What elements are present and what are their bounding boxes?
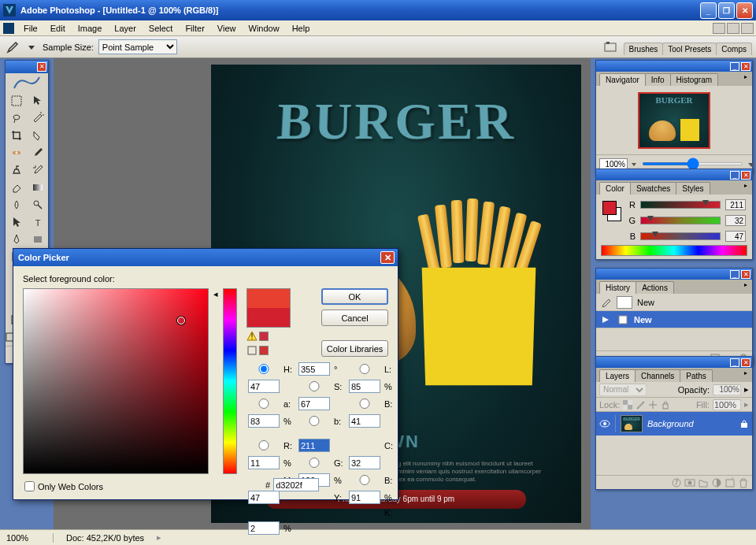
r-value-input[interactable] xyxy=(725,199,746,210)
zoom-out-icon[interactable] xyxy=(631,160,639,168)
palette-minimize-icon[interactable]: _ xyxy=(730,358,739,367)
lock-all-icon[interactable] xyxy=(661,400,670,410)
palette-minimize-icon[interactable]: _ xyxy=(730,270,739,279)
r-slider[interactable] xyxy=(640,201,721,209)
tab-layers[interactable]: Layers xyxy=(599,369,636,382)
a-input[interactable] xyxy=(298,397,330,410)
color-header[interactable]: _✕ xyxy=(596,169,752,180)
g-slider[interactable] xyxy=(640,217,721,224)
layer-set-icon[interactable] xyxy=(698,477,709,488)
s-radio[interactable] xyxy=(298,381,330,391)
current-color-swatch[interactable] xyxy=(247,308,290,327)
color-libraries-button[interactable]: Color Libraries xyxy=(321,340,388,357)
trash-icon[interactable] xyxy=(738,477,749,488)
r-input[interactable] xyxy=(298,439,330,452)
tab-actions[interactable]: Actions xyxy=(636,281,674,294)
maximize-button[interactable]: ❐ xyxy=(718,2,735,19)
gamut-suggested-swatch[interactable] xyxy=(259,332,269,341)
fill-flyout-icon[interactable]: ▸ xyxy=(744,399,749,410)
b-rgb-radio[interactable] xyxy=(349,475,380,485)
opacity-flyout-icon[interactable]: ▸ xyxy=(744,384,749,395)
tab-channels[interactable]: Channels xyxy=(635,369,680,382)
navigator-zoom-slider[interactable] xyxy=(642,162,743,165)
palette-close-icon[interactable]: ✕ xyxy=(741,358,750,367)
tab-navigator[interactable]: Navigator xyxy=(599,73,646,86)
history-snapshot-row[interactable]: New xyxy=(596,294,752,311)
palette-menu-icon[interactable]: ▸ xyxy=(741,369,750,379)
palette-menu-icon[interactable]: ▸ xyxy=(741,281,750,291)
lock-transparency-icon[interactable] xyxy=(623,400,632,410)
status-doc-size[interactable]: Doc: 452,2K/0 bytes xyxy=(66,533,144,543)
b-rgb-input[interactable] xyxy=(248,491,280,504)
layer-mask-icon[interactable] xyxy=(684,477,695,488)
b-hsb-input[interactable] xyxy=(248,414,280,428)
tab-paths[interactable]: Paths xyxy=(680,369,713,382)
tab-color[interactable]: Color xyxy=(599,182,631,195)
k-input[interactable] xyxy=(248,521,280,535)
menu-layer[interactable]: Layer xyxy=(108,22,143,35)
tab-info[interactable]: Info xyxy=(645,73,671,86)
opacity-input[interactable] xyxy=(713,384,741,395)
websafe-warning-icon[interactable] xyxy=(246,345,258,356)
menu-edit[interactable]: Edit xyxy=(44,22,72,35)
ok-button[interactable]: OK xyxy=(321,288,388,305)
close-button[interactable]: ✕ xyxy=(736,2,753,19)
palette-well-icon[interactable] xyxy=(603,40,617,54)
minimize-button[interactable]: _ xyxy=(700,2,717,19)
tab-styles[interactable]: Styles xyxy=(676,182,710,195)
tool-rectangular-marquee[interactable] xyxy=(6,92,27,109)
tool-crop[interactable] xyxy=(6,127,27,144)
lock-pixels-icon[interactable] xyxy=(636,400,645,410)
tool-type[interactable]: T xyxy=(27,213,48,231)
palette-close-icon[interactable]: ✕ xyxy=(741,171,750,180)
tool-gradient[interactable] xyxy=(27,179,48,196)
doc-close-button[interactable] xyxy=(741,23,754,34)
photoshop-logo-icon[interactable] xyxy=(6,73,48,92)
layer-row-background[interactable]: Background xyxy=(596,412,752,436)
s-input[interactable] xyxy=(349,380,380,393)
palette-minimize-icon[interactable]: _ xyxy=(730,171,739,180)
y-input[interactable] xyxy=(349,491,380,504)
history-header[interactable]: _✕ xyxy=(596,269,752,280)
blend-mode-select[interactable]: Normal xyxy=(599,384,647,396)
hue-slider[interactable] xyxy=(223,288,237,474)
tool-history-brush[interactable] xyxy=(27,161,48,179)
menu-select[interactable]: Select xyxy=(143,22,180,35)
r-radio[interactable] xyxy=(248,440,280,450)
menu-image[interactable]: Image xyxy=(72,22,109,35)
layers-header[interactable]: _✕ xyxy=(596,357,752,368)
color-ramp[interactable] xyxy=(601,245,747,256)
tool-dodge[interactable] xyxy=(27,196,48,213)
h-radio[interactable] xyxy=(248,364,280,374)
palette-menu-icon[interactable]: ▸ xyxy=(741,73,750,83)
navigator-thumbnail[interactable]: BURGER xyxy=(638,92,710,149)
menu-filter[interactable]: Filter xyxy=(179,22,210,35)
lab-b-input[interactable] xyxy=(349,414,380,428)
g-value-input[interactable] xyxy=(725,215,746,226)
navigator-thumbnail-area[interactable]: BURGER xyxy=(596,86,752,155)
lab-b-radio[interactable] xyxy=(298,416,330,426)
only-web-colors-checkbox[interactable]: Only Web Colors xyxy=(24,481,103,491)
color-picker-close-button[interactable]: ✕ xyxy=(380,251,395,264)
palette-close-icon[interactable]: ✕ xyxy=(741,270,750,279)
toolbox-close-icon[interactable]: ✕ xyxy=(37,62,46,72)
layer-style-icon[interactable]: f xyxy=(671,477,682,488)
tool-path-selection[interactable] xyxy=(6,213,27,231)
new-layer-icon[interactable] xyxy=(724,477,736,488)
menu-help[interactable]: Help xyxy=(286,22,317,35)
tool-eraser[interactable] xyxy=(6,179,27,196)
lock-position-icon[interactable] xyxy=(648,400,658,410)
tab-tool-presets[interactable]: Tool Presets xyxy=(662,43,717,55)
color-picker-titlebar[interactable]: Color Picker ✕ xyxy=(13,249,398,266)
tab-comps[interactable]: Comps xyxy=(716,43,752,55)
tab-history[interactable]: History xyxy=(599,281,636,294)
b-hsb-radio[interactable] xyxy=(349,399,380,409)
tab-swatches[interactable]: Swatches xyxy=(630,182,676,195)
c-input[interactable] xyxy=(248,456,280,469)
h-input[interactable] xyxy=(298,362,330,376)
gamut-warning-icon[interactable]: ! xyxy=(246,331,258,342)
tool-brush[interactable] xyxy=(27,144,48,161)
l-input[interactable] xyxy=(248,380,280,393)
adjustment-layer-icon[interactable] xyxy=(711,477,722,488)
tab-brushes[interactable]: Brushes xyxy=(624,43,664,55)
